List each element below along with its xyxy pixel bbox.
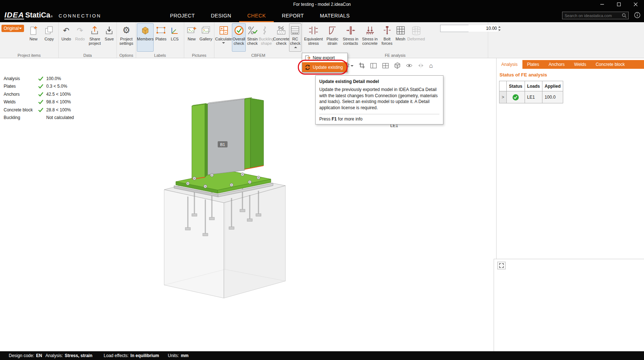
status-analysis-type: Analysis:Stress, strain — [46, 353, 92, 358]
mesh-button[interactable]: Mesh — [394, 23, 407, 52]
panel-divider[interactable] — [496, 58, 497, 259]
mirror-view-button[interactable] — [418, 63, 424, 68]
stress-in-contacts-button[interactable]: Stress in contacts — [341, 23, 360, 52]
configuration-label: Original — [4, 26, 19, 31]
stress-in-concrete-icon — [365, 24, 375, 36]
plastic-strain-icon — [328, 24, 337, 36]
result-row-concrete-block[interactable]: Concrete block 28.8 < 100% — [4, 106, 74, 114]
home-icon: ⌂ — [429, 63, 433, 69]
deformed-scale-input[interactable] — [440, 25, 498, 32]
render-mode-button[interactable] — [406, 63, 412, 68]
result-value: 28.8 < 100% — [46, 107, 74, 112]
result-row-plates[interactable]: Plates 0.3 < 5.0% — [4, 83, 74, 91]
redo-button[interactable]: ↷ Redo — [73, 23, 87, 52]
result-row-buckling[interactable]: Buckling Not calculated — [4, 114, 74, 122]
row-expander[interactable]: > — [499, 91, 507, 103]
plates-toggle-button[interactable]: Plates — [154, 23, 168, 52]
close-button[interactable] — [627, 0, 644, 9]
stress-in-contacts-icon — [346, 24, 356, 36]
members-toggle-button[interactable]: Members — [137, 23, 154, 52]
result-row-anchors[interactable]: Anchors 42.5 < 100% — [4, 90, 74, 98]
tab-materials[interactable]: MATERIALS — [312, 9, 358, 22]
gallery-button[interactable]: Gallery — [198, 23, 213, 52]
undo-button[interactable]: ↶ Undo — [59, 23, 73, 52]
search-box[interactable] — [562, 12, 629, 19]
fe-analysis-status-title: Status of FE analysis — [499, 72, 547, 78]
tab-anchors[interactable]: Anchors — [544, 60, 569, 69]
maximize-button[interactable] — [611, 0, 627, 9]
project-settings-button[interactable]: ⚙ Project settings — [118, 23, 135, 52]
table-row[interactable]: > LE1 100.0 — [499, 91, 563, 103]
button-label: Plastic strain — [324, 37, 341, 46]
column-member[interactable] — [192, 98, 264, 179]
side-view-button[interactable] — [382, 63, 389, 68]
row-applied-cell: 100.0 — [542, 91, 563, 103]
solid-view-button[interactable] — [394, 62, 400, 69]
concrete-block[interactable] — [164, 174, 285, 298]
result-row-welds[interactable]: Welds 98.8 < 100% — [4, 98, 74, 106]
status-units: Units:mm — [168, 353, 189, 358]
minimize-button[interactable] — [594, 0, 611, 9]
button-label: LCS — [171, 37, 178, 41]
calculate-button[interactable]: Calculate — [215, 23, 232, 52]
deformed-button[interactable]: Deformed — [407, 23, 426, 52]
status-design-code: Design code:EN — [9, 353, 42, 358]
eye-icon — [406, 63, 412, 68]
tab-plates[interactable]: Plates — [522, 60, 544, 69]
result-row-analysis[interactable]: Analysis 100.0% — [4, 75, 74, 83]
overall-check-button[interactable]: Overall check — [232, 23, 246, 52]
tab-design[interactable]: DESIGN — [203, 9, 239, 22]
front-view-button[interactable] — [370, 63, 377, 68]
copy-button[interactable]: Copy — [42, 23, 57, 52]
search-icon — [622, 13, 627, 18]
concrete-check-button[interactable]: Concrete check — [274, 23, 289, 52]
tab-project[interactable]: PROJECT — [162, 9, 203, 22]
ribbon-group-options: ⚙ Project settings Options — [117, 22, 136, 58]
viewport-3d[interactable]: B1 — [153, 95, 306, 313]
menu-item-new-export[interactable]: New export — [302, 53, 347, 62]
lcs-toggle-button[interactable]: LCS — [168, 23, 181, 52]
spinner-down-button[interactable] — [498, 28, 501, 32]
chevron-down-icon — [351, 65, 353, 67]
button-label: Deformed — [407, 37, 425, 41]
equivalent-stress-button[interactable]: Equivalent stress — [303, 23, 324, 52]
share-project-button[interactable]: Share project — [87, 23, 103, 52]
search-input[interactable] — [562, 13, 622, 18]
check-pass-icon — [38, 92, 46, 96]
bolt-forces-icon — [382, 24, 392, 36]
cube-icon — [394, 62, 400, 69]
save-button[interactable]: Save — [103, 23, 116, 52]
button-label: Concrete check — [273, 37, 289, 46]
rc-check-button[interactable]: RC check — [289, 23, 301, 52]
bolt-forces-button[interactable]: Bolt forces — [380, 23, 394, 52]
registered-mark: ® — [51, 15, 53, 18]
expand-panel-button[interactable] — [497, 262, 506, 269]
button-label: Save — [105, 37, 114, 41]
crop-view-button[interactable] — [359, 63, 365, 68]
configuration-dropdown[interactable]: Original — [1, 25, 24, 32]
tab-check[interactable]: CHECK — [239, 9, 274, 22]
deformed-scale-spinner[interactable] — [440, 25, 469, 32]
tooltip-footer: Press F1 for more info — [319, 116, 439, 122]
spinner-up-button[interactable] — [498, 25, 501, 28]
buckling-shape-button[interactable]: Buckling shape — [259, 23, 274, 52]
tab-analysis[interactable]: Analysis — [497, 60, 522, 69]
tab-welds[interactable]: Welds — [569, 60, 591, 69]
menu-item-update-existing[interactable]: Update existing — [302, 62, 347, 72]
plastic-strain-button[interactable]: Plastic strain — [324, 23, 341, 52]
view-preset-dropdown[interactable]: 2 — [347, 63, 353, 68]
group-label: Project items — [0, 53, 58, 58]
panel-divider-horizontal[interactable] — [494, 259, 644, 259]
button-label: Copy — [44, 37, 54, 41]
help-button[interactable] — [634, 12, 640, 18]
new-project-button[interactable]: New — [25, 23, 42, 52]
fe-analysis-table: Status Loads Applied > LE1 100.0 — [499, 81, 563, 103]
result-value: 100.0% — [46, 76, 74, 81]
stress-in-concrete-button[interactable]: Stress in concrete — [360, 23, 380, 52]
new-picture-button[interactable]: New — [185, 23, 198, 52]
tooltip-popup: Update existing Detail model Update the … — [315, 75, 443, 124]
tab-concrete-block[interactable]: Concrete block — [591, 60, 629, 69]
strain-check-button[interactable]: Strain check — [246, 23, 259, 52]
tab-report[interactable]: REPORT — [274, 9, 312, 22]
home-view-button[interactable]: ⌂ — [429, 63, 433, 69]
